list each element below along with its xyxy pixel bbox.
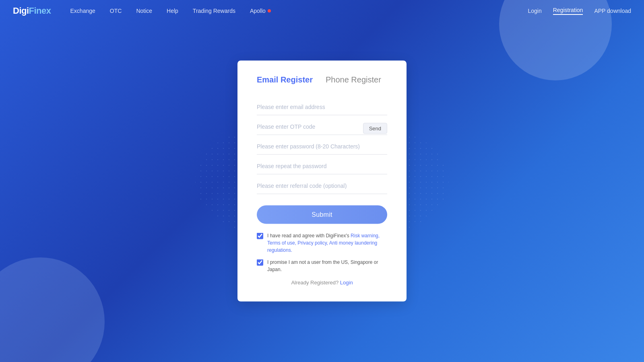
terms-checkbox[interactable]: [257, 233, 263, 239]
referral-input[interactable]: [257, 178, 387, 194]
email-input[interactable]: [257, 99, 387, 115]
password-input[interactable]: [257, 138, 387, 155]
otp-field-group: Send: [257, 119, 387, 138]
deco-circle-bottom-left: [0, 257, 105, 362]
login-link[interactable]: Login: [340, 280, 353, 286]
nav-apollo-label: Apollo: [250, 8, 266, 14]
promise-checkbox[interactable]: [257, 259, 263, 266]
nav-right: Login Registration APP download: [528, 7, 631, 15]
nav-exchange[interactable]: Exchange: [70, 8, 95, 14]
logo[interactable]: DigiFinex: [13, 6, 51, 16]
nav-registration[interactable]: Registration: [553, 7, 583, 15]
nav-links: Exchange OTC Notice Help Trading Rewards…: [70, 8, 528, 14]
otp-row: Send: [257, 119, 387, 138]
terms-checkbox-label: I have read and agree with DigiFinex's R…: [267, 232, 387, 254]
promise-checkbox-row: I promise I am not a user from the US, S…: [257, 259, 387, 273]
tab-phone-register[interactable]: Phone Register: [326, 75, 381, 86]
logo-finex: Finex: [29, 6, 51, 16]
risk-warning-link[interactable]: Risk warning,: [351, 233, 380, 239]
registration-form-card: Email Register Phone Register Send Submi…: [237, 61, 407, 302]
logo-digi: Digi: [13, 6, 29, 16]
nav-help[interactable]: Help: [167, 8, 178, 14]
nav-apollo[interactable]: Apollo: [250, 8, 271, 14]
promise-text: I promise I am not a user from the US, S…: [267, 259, 378, 272]
nav-app-download[interactable]: APP download: [594, 8, 631, 14]
privacy-policy-link[interactable]: Privacy policy,: [296, 240, 328, 246]
already-registered-text: Already Registered?: [291, 280, 339, 286]
terms-checkbox-row: I have read and agree with DigiFinex's R…: [257, 232, 387, 254]
referral-field-group: [257, 178, 387, 197]
submit-button[interactable]: Submit: [257, 206, 387, 224]
apollo-dot-icon: [268, 9, 271, 12]
nav-trading-rewards[interactable]: Trading Rewards: [193, 8, 235, 14]
password-field-group: [257, 138, 387, 158]
already-registered-row: Already Registered? Login: [257, 280, 387, 286]
nav-otc[interactable]: OTC: [110, 8, 122, 14]
nav-notice[interactable]: Notice: [136, 8, 152, 14]
terms-text-before: I have read and agree with DigiFinex's: [267, 233, 351, 239]
terms-of-use-link[interactable]: Terms of use,: [267, 240, 296, 246]
navbar: DigiFinex Exchange OTC Notice Help Tradi…: [0, 0, 644, 22]
promise-checkbox-label: I promise I am not a user from the US, S…: [267, 259, 387, 273]
send-otp-button[interactable]: Send: [363, 123, 387, 134]
tab-email-register[interactable]: Email Register: [257, 75, 313, 86]
tab-row: Email Register Phone Register: [257, 75, 387, 86]
email-field-group: [257, 99, 387, 119]
repeat-password-input[interactable]: [257, 158, 387, 175]
repeat-password-field-group: [257, 158, 387, 178]
nav-login[interactable]: Login: [528, 8, 541, 14]
